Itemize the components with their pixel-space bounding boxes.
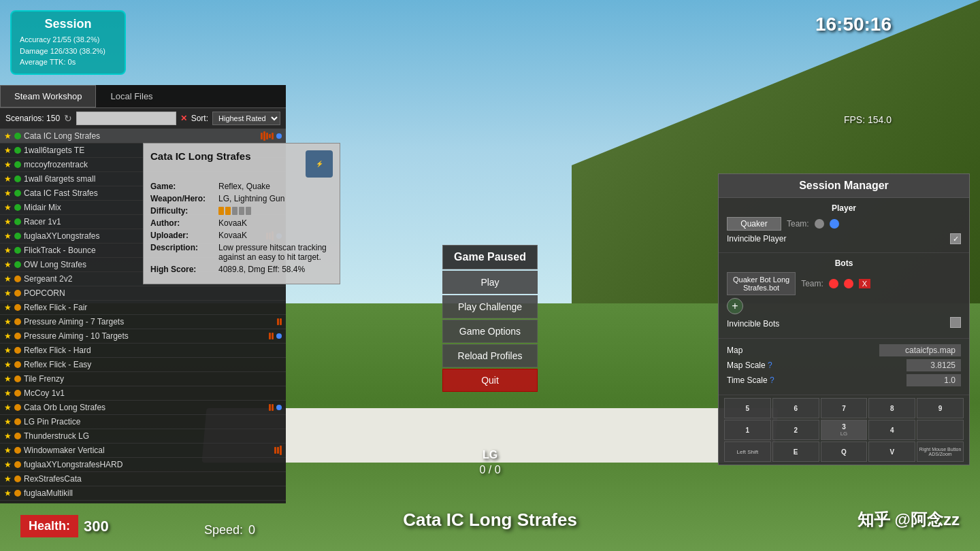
key-7[interactable]: 7 (821, 398, 868, 418)
key-1[interactable]: 1 (724, 420, 771, 440)
list-item[interactable]: ★ McCoy 1v1 (0, 386, 286, 401)
list-item[interactable]: ★ LG Pin Practice (0, 415, 286, 429)
scenario-name: fuglaaMultikill (24, 488, 282, 498)
list-item[interactable]: ★ Cata IC Long Strafes Thin (0, 501, 286, 503)
scenario-name: Reflex Flick - Hard (24, 346, 282, 355)
list-item[interactable]: ★ RexStrafesCata (0, 472, 286, 486)
reload-profiles-button[interactable]: Reload Profiles (442, 344, 538, 367)
status-dot (14, 176, 21, 182)
detail-author-row: Author: KovaaK (150, 218, 333, 228)
detail-weapon-row: Weapon/Hero: LG, Lightning Gun (150, 194, 333, 203)
bottom-hud: LG 0 / 0 Health: 300 Speed: 0 (0, 497, 980, 551)
detail-uploader-row: Uploader: KovaaK (150, 231, 333, 240)
play-challenge-button[interactable]: Play Challenge (442, 295, 538, 318)
key-e[interactable]: E (772, 441, 819, 462)
blue-dot (276, 405, 282, 410)
detail-highscore-row: High Score: 4089.8, Dmg Eff: 58.4% (150, 265, 333, 274)
quit-button[interactable]: Quit (442, 369, 538, 392)
session-title: Session (20, 17, 116, 31)
key-8[interactable]: 8 (868, 398, 915, 418)
player-name-input[interactable] (727, 217, 781, 231)
status-dot (14, 375, 21, 382)
star-icon: ★ (4, 317, 12, 327)
key-2[interactable]: 2 (772, 420, 819, 440)
key-q[interactable]: Q (821, 441, 868, 462)
time-scale-value: 1.0 (906, 374, 961, 386)
key-rmb[interactable]: Right Mouse Button ADS/Zoom (917, 441, 964, 462)
scenario-name: Windowmaker Vertical (24, 446, 272, 455)
star-icon: ★ (4, 246, 12, 255)
refresh-icon[interactable]: ↻ (64, 113, 72, 124)
key-6[interactable]: 6 (772, 398, 819, 418)
add-bot-row: + (727, 298, 961, 314)
key-4[interactable]: 4 (868, 420, 915, 440)
tab-steam-workshop[interactable]: Steam Workshop (0, 85, 96, 107)
bars (277, 318, 282, 325)
status-dot (14, 218, 21, 225)
star-icon: ★ (4, 174, 12, 184)
key-9[interactable]: 9 (917, 398, 964, 418)
status-dot (14, 247, 21, 254)
star-icon: ★ (4, 160, 12, 169)
status-dot (14, 475, 21, 482)
star-icon: ★ (4, 460, 12, 469)
star-icon: ★ (4, 446, 12, 455)
sort-select[interactable]: Highest Rated (212, 112, 280, 125)
scenario-name: fuglaaXYLongstrafesHARD (24, 460, 282, 469)
detail-description-row: Description: Low pressure hitscan tracki… (150, 243, 333, 262)
scenario-name: Thunderstruck LG (24, 431, 282, 441)
star-icon: ★ (4, 474, 12, 484)
star-icon: ★ (4, 288, 12, 298)
session-stats-box: Session Accuracy 21/55 (38.2%) Damage 12… (10, 10, 126, 75)
tab-bar: Steam Workshop Local Files (0, 85, 286, 108)
pause-title: Game Paused (442, 245, 538, 269)
invincible-bots-row: Invincible Bots (727, 317, 961, 330)
key-v[interactable]: V (868, 441, 915, 462)
list-item[interactable]: ★ fuglaaMultikill (0, 486, 286, 501)
list-item[interactable]: ★ Pressure Aiming - 10 Targets (0, 329, 286, 344)
search-input[interactable] (76, 112, 176, 125)
session-ttk: Average TTK: 0s (20, 56, 116, 68)
status-dot (14, 233, 21, 239)
map-scale-help[interactable]: ? (768, 361, 772, 370)
list-item[interactable]: ★ Reflex Flick - Hard (0, 344, 286, 358)
list-item[interactable]: ★ Windowmaker Vertical (0, 444, 286, 458)
map-label: Map (727, 346, 742, 355)
clear-search-button[interactable]: ✕ (180, 114, 187, 123)
status-dot (14, 261, 21, 268)
play-button[interactable]: Play (442, 271, 538, 294)
search-bar: Scenarios: 150 ↻ ✕ Sort: Highest Rated (0, 108, 286, 129)
weapon-name: LG (483, 449, 497, 461)
star-icon: ★ (4, 388, 12, 398)
list-item[interactable]: ★ Pressure Aiming - 7 Targets (0, 315, 286, 329)
list-item[interactable]: ★ Cata IC Long Strafes (0, 129, 286, 144)
key-left-shift[interactable]: Left Shift (724, 441, 771, 462)
list-item[interactable]: ★ Thunderstruck LG (0, 429, 286, 444)
invincible-player-checkbox[interactable] (950, 233, 961, 244)
time-scale-help[interactable]: ? (770, 375, 774, 385)
add-bot-button[interactable]: + (727, 298, 743, 314)
scenario-name: RexStrafesCata (24, 474, 282, 484)
scenario-name: Cata Orb Long Strafes (24, 403, 266, 412)
key-5[interactable]: 5 (724, 398, 771, 418)
list-item[interactable]: ★ Cata Orb Long Strafes (0, 401, 286, 415)
game-options-button[interactable]: Game Options (442, 320, 538, 343)
status-dot (14, 276, 21, 282)
list-item[interactable]: ★ fuglaaXYLongstrafesHARD (0, 458, 286, 472)
tab-local-files[interactable]: Local Files (96, 85, 167, 107)
star-icon: ★ (4, 203, 12, 212)
status-dot (14, 204, 21, 211)
star-icon: ★ (4, 403, 12, 412)
invincible-bots-checkbox[interactable] (950, 317, 961, 328)
list-item[interactable]: ★ Tile Frenzy (0, 372, 286, 386)
list-item[interactable]: ★ Reflex Flick - Easy (0, 358, 286, 372)
star-icon: ★ (4, 360, 12, 369)
hud-fps: FPS: 154.0 (844, 114, 892, 125)
speed-label: Speed: (204, 523, 243, 537)
key-3[interactable]: 3LG (821, 420, 868, 440)
remove-bot-button[interactable]: X (859, 279, 870, 288)
bot-team-dot-red2 (844, 279, 853, 288)
list-item[interactable]: ★ POPCORN (0, 286, 286, 301)
list-item[interactable]: ★ Reflex Flick - Fair (0, 301, 286, 315)
session-damage: Damage 126/330 (38.2%) (20, 46, 116, 57)
